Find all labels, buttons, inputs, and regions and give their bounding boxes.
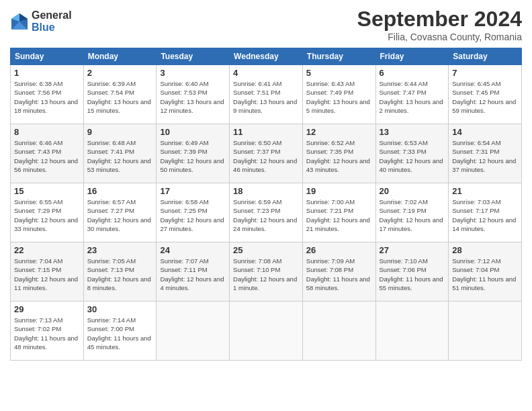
day-info: Sunrise: 7:14 AMSunset: 7:00 PMDaylight:… [87,316,153,351]
day-number: 16 [87,186,153,196]
day-number: 17 [160,186,226,196]
calendar-header-row: SundayMondayTuesdayWednesdayThursdayFrid… [11,48,522,65]
calendar-cell: 7Sunrise: 6:45 AMSunset: 7:45 PMDaylight… [449,65,522,124]
calendar-cell: 5Sunrise: 6:43 AMSunset: 7:49 PMDaylight… [302,65,375,124]
day-info: Sunrise: 7:02 AMSunset: 7:19 PMDaylight:… [380,197,445,233]
day-number: 30 [87,304,153,314]
day-number: 28 [452,245,518,255]
calendar-cell: 1Sunrise: 6:38 AMSunset: 7:56 PMDaylight… [11,65,84,124]
calendar-cell: 30Sunrise: 7:14 AMSunset: 7:00 PMDayligh… [83,302,157,361]
day-number: 24 [160,245,226,255]
calendar-cell: 17Sunrise: 6:58 AMSunset: 7:25 PMDayligh… [157,183,230,242]
calendar-week-1: 1Sunrise: 6:38 AMSunset: 7:56 PMDaylight… [11,65,522,124]
calendar-cell: 24Sunrise: 7:07 AMSunset: 7:11 PMDayligh… [157,242,230,302]
day-info: Sunrise: 6:40 AMSunset: 7:53 PMDaylight:… [160,79,226,115]
day-info: Sunrise: 7:03 AMSunset: 7:17 PMDaylight:… [452,197,518,233]
day-number: 1 [14,68,80,78]
day-number: 4 [233,68,299,78]
day-info: Sunrise: 7:12 AMSunset: 7:04 PMDaylight:… [452,257,518,292]
calendar-cell: 13Sunrise: 6:53 AMSunset: 7:33 PMDayligh… [375,124,449,183]
calendar-header-sunday: Sunday [11,48,84,65]
day-info: Sunrise: 6:48 AMSunset: 7:41 PMDaylight:… [87,138,153,174]
calendar-cell: 19Sunrise: 7:00 AMSunset: 7:21 PMDayligh… [302,183,375,242]
logo-blue: Blue [32,21,72,34]
calendar-cell: 9Sunrise: 6:48 AMSunset: 7:41 PMDaylight… [83,124,157,183]
calendar-week-2: 8Sunrise: 6:46 AMSunset: 7:43 PMDaylight… [11,124,522,183]
day-info: Sunrise: 7:10 AMSunset: 7:06 PMDaylight:… [380,257,445,292]
calendar-header-wednesday: Wednesday [230,48,303,65]
calendar-week-4: 22Sunrise: 7:04 AMSunset: 7:15 PMDayligh… [11,242,522,302]
calendar-cell [302,302,375,361]
day-info: Sunrise: 7:04 AMSunset: 7:15 PMDaylight:… [14,257,80,292]
calendar-cell: 16Sunrise: 6:57 AMSunset: 7:27 PMDayligh… [83,183,157,242]
calendar-cell: 14Sunrise: 6:54 AMSunset: 7:31 PMDayligh… [449,124,522,183]
calendar-cell: 6Sunrise: 6:44 AMSunset: 7:47 PMDaylight… [375,65,449,124]
calendar-cell: 10Sunrise: 6:49 AMSunset: 7:39 PMDayligh… [157,124,230,183]
day-info: Sunrise: 6:58 AMSunset: 7:25 PMDaylight:… [160,197,226,233]
calendar-cell: 27Sunrise: 7:10 AMSunset: 7:06 PMDayligh… [375,242,449,302]
header: General Blue September 2024 Filia, Covas… [10,7,522,42]
calendar-cell: 28Sunrise: 7:12 AMSunset: 7:04 PMDayligh… [449,242,522,302]
day-info: Sunrise: 6:52 AMSunset: 7:35 PMDaylight:… [306,138,372,174]
location: Filia, Covasna County, Romania [357,32,522,42]
logo-text: General Blue [32,9,72,33]
day-info: Sunrise: 7:00 AMSunset: 7:21 PMDaylight:… [306,197,372,233]
day-number: 14 [452,127,518,137]
day-number: 19 [306,186,372,196]
day-number: 18 [233,186,299,196]
day-info: Sunrise: 6:49 AMSunset: 7:39 PMDaylight:… [160,138,226,174]
calendar-cell: 11Sunrise: 6:50 AMSunset: 7:37 PMDayligh… [230,124,303,183]
calendar-cell: 21Sunrise: 7:03 AMSunset: 7:17 PMDayligh… [449,183,522,242]
calendar-cell: 4Sunrise: 6:41 AMSunset: 7:51 PMDaylight… [230,65,303,124]
calendar-week-5: 29Sunrise: 7:13 AMSunset: 7:02 PMDayligh… [11,302,522,361]
day-number: 13 [380,127,445,137]
day-number: 12 [306,127,372,137]
day-info: Sunrise: 6:50 AMSunset: 7:37 PMDaylight:… [233,138,299,174]
day-number: 20 [380,186,445,196]
day-number: 9 [87,127,153,137]
calendar-cell [230,302,303,361]
title-block: September 2024 Filia, Covasna County, Ro… [357,7,522,42]
calendar-cell [375,302,449,361]
day-info: Sunrise: 6:59 AMSunset: 7:23 PMDaylight:… [233,197,299,233]
calendar-cell: 26Sunrise: 7:09 AMSunset: 7:08 PMDayligh… [302,242,375,302]
day-info: Sunrise: 6:46 AMSunset: 7:43 PMDaylight:… [14,138,80,174]
day-info: Sunrise: 6:38 AMSunset: 7:56 PMDaylight:… [14,79,80,115]
calendar-cell: 12Sunrise: 6:52 AMSunset: 7:35 PMDayligh… [302,124,375,183]
day-info: Sunrise: 6:39 AMSunset: 7:54 PMDaylight:… [87,79,153,115]
calendar-header-friday: Friday [375,48,449,65]
day-info: Sunrise: 7:07 AMSunset: 7:11 PMDaylight:… [160,257,226,292]
day-info: Sunrise: 6:44 AMSunset: 7:47 PMDaylight:… [380,79,445,115]
day-info: Sunrise: 6:43 AMSunset: 7:49 PMDaylight:… [306,79,372,115]
day-info: Sunrise: 6:54 AMSunset: 7:31 PMDaylight:… [452,138,518,174]
month-title: September 2024 [357,7,522,32]
calendar-cell: 29Sunrise: 7:13 AMSunset: 7:02 PMDayligh… [11,302,84,361]
day-number: 15 [14,186,80,196]
day-number: 11 [233,127,299,137]
calendar: SundayMondayTuesdayWednesdayThursdayFrid… [10,48,522,361]
day-number: 5 [306,68,372,78]
day-info: Sunrise: 7:09 AMSunset: 7:08 PMDaylight:… [306,257,372,292]
logo-general: General [32,9,72,21]
calendar-cell: 25Sunrise: 7:08 AMSunset: 7:10 PMDayligh… [230,242,303,302]
calendar-cell: 8Sunrise: 6:46 AMSunset: 7:43 PMDaylight… [11,124,84,183]
day-number: 22 [14,245,80,255]
day-info: Sunrise: 6:41 AMSunset: 7:51 PMDaylight:… [233,79,299,115]
day-info: Sunrise: 6:57 AMSunset: 7:27 PMDaylight:… [87,197,153,233]
calendar-cell [449,302,522,361]
calendar-cell [157,302,230,361]
day-number: 10 [160,127,226,137]
calendar-cell: 23Sunrise: 7:05 AMSunset: 7:13 PMDayligh… [83,242,157,302]
day-number: 27 [380,245,445,255]
calendar-cell: 3Sunrise: 6:40 AMSunset: 7:53 PMDaylight… [157,65,230,124]
calendar-header-thursday: Thursday [302,48,375,65]
day-number: 23 [87,245,153,255]
day-info: Sunrise: 7:08 AMSunset: 7:10 PMDaylight:… [233,257,299,292]
day-info: Sunrise: 6:55 AMSunset: 7:29 PMDaylight:… [14,197,80,233]
calendar-cell: 18Sunrise: 6:59 AMSunset: 7:23 PMDayligh… [230,183,303,242]
page: General Blue September 2024 Filia, Covas… [0,0,532,411]
calendar-week-3: 15Sunrise: 6:55 AMSunset: 7:29 PMDayligh… [11,183,522,242]
day-info: Sunrise: 6:53 AMSunset: 7:33 PMDaylight:… [380,138,445,174]
day-info: Sunrise: 7:05 AMSunset: 7:13 PMDaylight:… [87,257,153,292]
calendar-header-monday: Monday [83,48,157,65]
